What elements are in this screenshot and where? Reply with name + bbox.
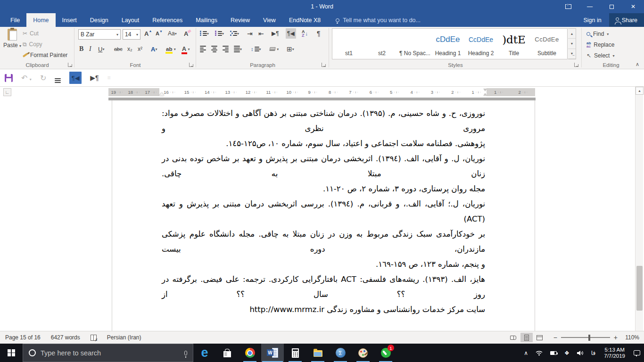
reference-line[interactable]: پژوهشی. فصلنامه سلامت اجتماعی و اعتیاد، … xyxy=(162,136,485,151)
taskbar-whatsapp-icon[interactable]: 1 xyxy=(374,344,397,362)
page-indicator[interactable]: Page 15 of 16 xyxy=(0,334,46,341)
reference-line[interactable]: بر خودکارآمدی سبک زندگی مربوط به وزن در … xyxy=(162,227,485,257)
reference-line[interactable]: سایت مرکز خدمات روانشناسی و مشاوره زندگی… xyxy=(162,302,485,317)
ltr-direction-quick-icon[interactable]: ▶¶ xyxy=(90,74,99,82)
bold-icon[interactable]: B xyxy=(79,44,83,54)
font-dialog-launcher-icon[interactable] xyxy=(189,63,193,67)
zoom-out-icon[interactable]: − xyxy=(553,334,557,341)
font-color-icon[interactable]: A ▾ xyxy=(182,44,190,54)
underline-icon[interactable]: U ▾ xyxy=(98,44,104,54)
increase-indent-icon[interactable]: ⇤ xyxy=(258,28,264,39)
change-case-icon[interactable]: Aa ▾ xyxy=(168,28,177,39)
show-paragraph-marks-icon[interactable]: ¶ xyxy=(317,28,321,39)
reference-line[interactable]: مجله روان پرستاری، دوره ۳، شماره ۲، ص ۲۰… xyxy=(162,181,485,197)
tray-language-indicator[interactable]: فا xyxy=(587,344,599,362)
ltr-text-direction-icon[interactable]: ▶¶ xyxy=(272,28,279,39)
print-layout-icon[interactable] xyxy=(520,333,533,342)
shading-icon[interactable]: ▾ xyxy=(270,44,279,54)
align-center-icon[interactable] xyxy=(211,44,217,54)
grow-font-icon[interactable]: A▲ xyxy=(144,28,152,39)
minimize-icon[interactable]: — xyxy=(579,0,601,13)
taskbar-word-icon[interactable]: W xyxy=(261,344,284,362)
zoom-slider-thumb[interactable] xyxy=(588,335,591,341)
style-no-spac[interactable]: ¶ No Spac... xyxy=(398,29,431,59)
style-st2[interactable]: st2 xyxy=(365,29,398,59)
tab-file[interactable]: File xyxy=(4,13,26,27)
scroll-up-icon[interactable]: ▲ xyxy=(636,87,644,95)
word-count[interactable]: 6427 words xyxy=(46,334,85,341)
vertical-scrollbar[interactable]: ▲ xyxy=(635,87,643,331)
read-mode-icon[interactable] xyxy=(507,333,520,342)
copy-button[interactable]: ⧉Copy xyxy=(23,41,42,48)
undo-icon[interactable]: ↶ ▾ xyxy=(21,74,32,82)
language-indicator[interactable]: Persian (Iran) xyxy=(102,334,147,341)
taskbar-calculator-icon[interactable] xyxy=(284,344,306,362)
tab-references[interactable]: References xyxy=(146,13,189,27)
save-icon[interactable] xyxy=(5,74,13,82)
qat-more-icon[interactable]: ≡ xyxy=(107,74,111,81)
clipboard-dialog-launcher-icon[interactable] xyxy=(68,63,72,67)
highlight-color-icon[interactable]: ab ▾ xyxy=(166,44,176,54)
tray-chevron-up-icon[interactable]: ∧ xyxy=(520,344,532,362)
wifi-icon[interactable] xyxy=(532,344,546,362)
taskbar-paint-icon[interactable] xyxy=(352,344,374,362)
style-scroll-up-icon[interactable]: ▲ xyxy=(568,29,576,39)
justify-icon[interactable]: ▾ xyxy=(234,44,242,54)
dropbox-icon[interactable]: ❖ xyxy=(561,344,573,362)
tab-endnote-x8[interactable]: EndNote X8 xyxy=(282,13,327,27)
battery-icon[interactable] xyxy=(546,344,561,362)
font-size-combo[interactable]: 14▾ xyxy=(123,29,140,40)
web-layout-icon[interactable] xyxy=(534,333,546,342)
borders-icon[interactable]: ⊞ ▾ xyxy=(287,44,294,54)
shrink-font-icon[interactable]: A▼ xyxy=(156,28,163,39)
tab-layout[interactable]: Layout xyxy=(115,13,146,27)
share-button[interactable]: Share xyxy=(609,13,644,27)
collapse-ribbon-icon[interactable]: ∧ xyxy=(636,61,639,67)
taskbar-chrome-icon[interactable] xyxy=(239,344,261,362)
italic-icon[interactable]: I xyxy=(89,44,91,54)
style-title[interactable]: )dtETitle xyxy=(497,29,530,59)
align-right-icon[interactable] xyxy=(223,44,229,54)
style-subtitle[interactable]: CcDdEeSubtitle xyxy=(530,29,563,59)
taskbar-edge-icon[interactable]: e xyxy=(193,344,216,362)
style-heading-1[interactable]: cDdEeHeading 1 xyxy=(431,29,464,59)
clock[interactable]: 5:13 AM 7/7/2019 xyxy=(599,344,630,362)
redo-icon[interactable]: ↻ xyxy=(40,74,46,82)
format-painter-button[interactable]: Format Painter xyxy=(23,52,67,58)
reference-line[interactable]: نوروزی، ح. و شاه حسینی، م. (۱۳۹۵). درمان… xyxy=(162,106,485,136)
zoom-in-icon[interactable]: + xyxy=(614,334,618,341)
proofing-status-icon[interactable] xyxy=(85,335,102,341)
paragraph-dialog-launcher-icon[interactable] xyxy=(322,63,326,67)
tab-selector-icon[interactable]: ∟ xyxy=(3,88,11,96)
horizontal-ruler[interactable]: 19· ı ·18· ı ·17· ı · 16· ı ·15· ı ·14· … xyxy=(108,88,535,96)
reference-line[interactable]: نوریان، ل.؛ آقایی، الف.، و قربانی، م. (۱… xyxy=(162,197,485,227)
align-left-icon[interactable] xyxy=(200,44,206,54)
microphone-icon[interactable] xyxy=(184,351,187,355)
taskbar-search-input[interactable]: Type here to search xyxy=(23,344,193,362)
styles-dialog-launcher-icon[interactable] xyxy=(574,63,578,67)
tab-mailings[interactable]: Mailings xyxy=(189,13,224,27)
document-page[interactable]: نوروزی، ح. و شاه حسینی، م. (۱۳۹۵). درمان… xyxy=(112,100,535,331)
action-center-icon[interactable] xyxy=(630,344,644,362)
scrollbar-thumb[interactable] xyxy=(636,266,643,311)
reference-line[interactable]: نوریان، ل. و آقایی، الف. (۱۳۹٤). اثربخشی… xyxy=(162,151,485,181)
multilevel-list-icon[interactable]: ▾ xyxy=(230,28,239,39)
taskbar-file-explorer-icon[interactable] xyxy=(306,344,329,362)
style-scroll-down-icon[interactable]: ▼ xyxy=(568,39,576,49)
clear-formatting-icon[interactable]: A xyxy=(184,28,188,39)
tab-insert[interactable]: Insert xyxy=(56,13,83,27)
close-icon[interactable]: ✕ xyxy=(622,0,644,13)
reference-line[interactable]: هایز، الف. (۱۳۹۳). ریشه‌های فلسفی: ACT ب… xyxy=(162,272,485,302)
zoom-level[interactable]: 110% xyxy=(623,334,639,341)
decrease-indent-icon[interactable]: ⇥ xyxy=(247,28,253,39)
reference-line[interactable]: و پنجم، شماره ۱۲۳، ص ۱۵۹-۱٦۹. xyxy=(162,257,485,272)
rtl-text-direction-icon[interactable]: ¶◀ xyxy=(286,28,296,39)
replace-button[interactable]: abacReplace xyxy=(586,41,614,48)
font-name-combo[interactable]: B Zar▾ xyxy=(78,29,121,40)
tell-me-box[interactable]: Tell me what you want to do... xyxy=(336,13,421,27)
sign-in-button[interactable]: Sign in xyxy=(576,13,609,27)
superscript-icon[interactable]: x² xyxy=(138,44,142,54)
bullets-icon[interactable]: ▾ xyxy=(200,28,209,39)
tab-review[interactable]: Review xyxy=(224,13,256,27)
indent-marker-right-icon[interactable] xyxy=(483,89,487,96)
